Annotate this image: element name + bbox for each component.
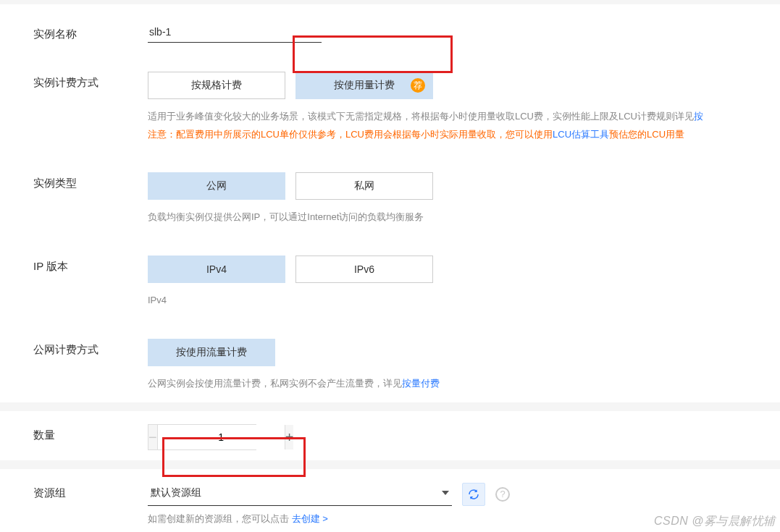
quantity-label: 数量 xyxy=(17,424,148,442)
network-public-text: 公网 xyxy=(206,180,227,193)
billing-desc: 适用于业务峰值变化较大的业务场景，该模式下无需指定规格，将根据每小时使用量收取L… xyxy=(148,108,763,126)
quantity-increase-button[interactable]: + xyxy=(285,425,294,449)
ip-version-label: IP 版本 xyxy=(17,256,148,274)
billing-by-spec-button[interactable]: 按规格计费 xyxy=(148,72,285,99)
recommend-badge: 荐 xyxy=(411,78,425,93)
resource-group-label: 资源组 xyxy=(17,482,148,500)
ipv6-button[interactable]: IPv6 xyxy=(295,256,433,283)
refresh-icon xyxy=(467,488,480,501)
billing-by-traffic-button[interactable]: 按使用流量计费 xyxy=(148,339,275,366)
billing-by-spec-text: 按规格计费 xyxy=(191,79,242,92)
ip-version-desc: IPv4 xyxy=(148,292,763,310)
billing-warning: 注意：配置费用中所展示的LCU单价仅供参考，LCU费用会根据每小时实际用量收取，… xyxy=(148,126,763,144)
billing-desc-link[interactable]: 按 xyxy=(694,111,703,122)
network-public-button[interactable]: 公网 xyxy=(148,172,285,200)
ipv6-text: IPv6 xyxy=(354,263,374,275)
public-billing-label: 公网计费方式 xyxy=(17,339,148,357)
quantity-decrease-button[interactable]: − xyxy=(148,425,157,449)
resource-group-select[interactable]: 默认资源组 xyxy=(148,482,452,506)
resource-group-desc-text: 如需创建新的资源组，您可以点击 xyxy=(148,513,292,524)
quantity-stepper[interactable]: − + xyxy=(148,424,256,450)
network-private-button[interactable]: 私网 xyxy=(295,172,433,200)
billing-mode-label: 实例计费方式 xyxy=(17,72,148,90)
billing-by-traffic-text: 按使用流量计费 xyxy=(176,346,247,359)
lcu-estimator-link[interactable]: LCU估算工具 xyxy=(553,129,609,140)
help-icon[interactable]: ? xyxy=(495,487,510,502)
refresh-button[interactable] xyxy=(462,483,485,506)
network-private-text: 私网 xyxy=(354,180,374,193)
billing-warn-suffix: 预估您的LCU用量 xyxy=(609,129,684,140)
billing-warn-prefix: 注意：配置费用中所展示的LCU单价仅供参考，LCU费用会根据每小时实际用量收取，… xyxy=(148,129,553,140)
instance-type-label: 实例类型 xyxy=(17,172,148,190)
chevron-down-icon xyxy=(442,491,449,495)
public-billing-desc: 公网实例会按使用流量计费，私网实例不会产生流量费，详见按量付费 xyxy=(148,375,763,393)
billing-by-usage-text: 按使用量计费 xyxy=(334,79,395,92)
public-billing-desc-text: 公网实例会按使用流量计费，私网实例不会产生流量费，详见 xyxy=(148,378,402,389)
pay-as-you-go-link[interactable]: 按量付费 xyxy=(402,378,440,389)
billing-desc-text: 适用于业务峰值变化较大的业务场景，该模式下无需指定规格，将根据每小时使用量收取L… xyxy=(148,111,694,122)
ipv4-text: IPv4 xyxy=(206,263,227,275)
watermark: CSDN @雾与晨解忧辅 xyxy=(654,514,776,529)
instance-name-label: 实例名称 xyxy=(17,23,148,41)
instance-type-desc: 负载均衡实例仅提供公网IP，可以通过Internet访问的负载均衡服务 xyxy=(148,208,763,227)
create-resource-group-link[interactable]: 去创建 > xyxy=(292,513,328,524)
instance-name-input[interactable] xyxy=(148,23,322,43)
quantity-input[interactable] xyxy=(157,425,285,449)
billing-by-usage-button[interactable]: 按使用量计费 荐 xyxy=(295,72,433,99)
ipv4-button[interactable]: IPv4 xyxy=(148,256,285,283)
resource-group-selected: 默认资源组 xyxy=(151,486,201,499)
